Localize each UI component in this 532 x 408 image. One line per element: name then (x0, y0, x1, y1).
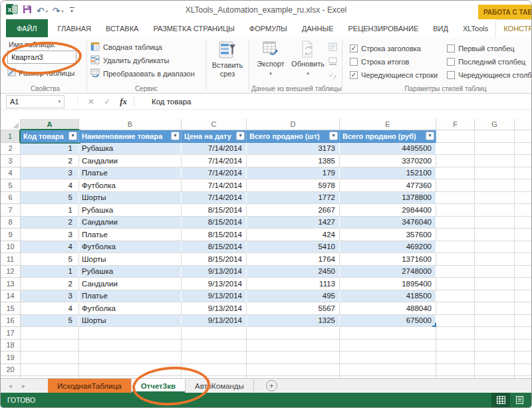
cell-D4[interactable]: 179 (247, 167, 340, 180)
checkbox-строка-итогов[interactable]: Строка итогов (350, 55, 438, 68)
sheet-nav-left-icon[interactable]: ◂ (9, 382, 12, 389)
cell-C2[interactable]: 7/14/2014 (182, 143, 247, 155)
checkbox-unchecked-icon[interactable] (447, 71, 455, 79)
pivot-table-button[interactable]: Сводная таблица (90, 41, 201, 53)
cell-C21[interactable] (182, 376, 247, 378)
cell-E8[interactable]: 3476040 (340, 217, 436, 229)
cell-B8[interactable]: Сандалии (79, 217, 182, 229)
cell-G3[interactable] (475, 155, 515, 167)
cell-D7[interactable]: 2667 (247, 204, 340, 217)
cell-E20[interactable] (340, 364, 436, 377)
cell-C6[interactable]: 7/14/2014 (182, 192, 247, 205)
cell-D18[interactable] (247, 340, 340, 352)
cell-D10[interactable]: 5410 (247, 241, 340, 254)
cell-E12[interactable]: 2748000 (340, 266, 436, 278)
cell-C3[interactable]: 7/14/2014 (182, 155, 247, 167)
cell-G11[interactable] (475, 253, 515, 266)
cell-C7[interactable]: 8/15/2014 (182, 204, 247, 217)
col-header-C[interactable]: C (182, 119, 247, 130)
cell-G14[interactable] (475, 290, 515, 303)
cell-F20[interactable] (436, 364, 475, 377)
properties-small-icon[interactable] (329, 42, 337, 54)
cell-B1[interactable]: Наименование товара▾ (79, 130, 182, 143)
checkbox-unchecked-icon[interactable] (350, 58, 358, 66)
row-header-10[interactable]: 10 (1, 241, 21, 254)
checkbox-строка-заголовка[interactable]: ✓Строка заголовка (350, 42, 438, 54)
cell-C11[interactable]: 8/15/2014 (182, 253, 247, 266)
filter-dropdown-icon[interactable]: ▾ (426, 132, 434, 140)
cell-G1[interactable] (475, 130, 515, 143)
cell-G17[interactable] (475, 327, 515, 340)
cell-E11[interactable]: 1371600 (340, 253, 436, 266)
ribbon-tab-главная[interactable]: ГЛАВНАЯ (51, 19, 98, 37)
cell-B5[interactable]: Футболка (79, 179, 182, 192)
refresh-button[interactable]: Обновить ▾ (290, 40, 326, 83)
ribbon-tab-конструктор[interactable]: КОНСТРУКТОР (495, 19, 531, 37)
cell-B21[interactable] (79, 376, 182, 378)
cell-E4[interactable]: 152100 (340, 167, 436, 180)
cell-E19[interactable] (340, 352, 436, 364)
cell-F3[interactable] (436, 155, 475, 167)
cell-A17[interactable] (21, 327, 79, 340)
cell-A11[interactable]: 5 (21, 253, 79, 266)
cell-A20[interactable] (21, 364, 79, 377)
cell-D13[interactable]: 1113 (247, 278, 340, 290)
insert-function-icon[interactable]: fx (120, 96, 127, 107)
cell-D6[interactable]: 1772 (247, 192, 340, 205)
cell-C9[interactable]: 8/15/2014 (182, 229, 247, 241)
row-header-7[interactable]: 7 (1, 204, 21, 217)
row-header-5[interactable]: 5 (1, 179, 21, 192)
cell-A14[interactable]: 3 (21, 290, 79, 303)
cell-A2[interactable]: 1 (21, 143, 79, 155)
row-header-17[interactable]: 17 (1, 327, 21, 340)
cell-F4[interactable] (436, 167, 475, 180)
cell-G13[interactable] (475, 278, 515, 290)
cell-E2[interactable]: 4495500 (340, 143, 436, 155)
table-name-input[interactable]: Квартал3 (7, 51, 76, 64)
row-header-20[interactable]: 20 (1, 364, 21, 377)
cell-B16[interactable]: Шорты (79, 315, 182, 328)
cell-G10[interactable] (475, 241, 515, 254)
cell-B6[interactable]: Шорты (79, 192, 182, 205)
col-header-G[interactable]: G (475, 119, 515, 130)
row-header-11[interactable]: 11 (1, 253, 21, 266)
checkbox-последний-столбец[interactable]: Последний столбец (447, 55, 531, 68)
cancel-icon[interactable]: ✕ (88, 97, 94, 106)
cell-G4[interactable] (475, 167, 515, 180)
row-header-16[interactable]: 16 (1, 315, 21, 328)
export-button[interactable]: Экспорт ▾ (253, 40, 289, 83)
cell-A4[interactable]: 3 (21, 167, 79, 180)
cell-C13[interactable]: 9/13/2014 (182, 278, 247, 290)
cell-E18[interactable] (340, 340, 436, 352)
row-header-8[interactable]: 8 (1, 217, 21, 229)
cell-C4[interactable]: 7/14/2014 (182, 167, 247, 180)
cell-F18[interactable] (436, 340, 475, 352)
undo-dropdown-icon[interactable]: ▾ (46, 9, 48, 13)
cell-E10[interactable]: 469200 (340, 241, 436, 254)
cell-A7[interactable]: 1 (21, 204, 79, 217)
cell-D19[interactable] (247, 352, 340, 364)
cell-G7[interactable] (475, 204, 515, 217)
cell-D2[interactable]: 3173 (247, 143, 340, 155)
cell-E13[interactable]: 1895400 (340, 278, 436, 290)
row-header-4[interactable]: 4 (1, 167, 21, 180)
cell-D21[interactable] (247, 376, 340, 378)
cell-A13[interactable]: 2 (21, 278, 79, 290)
row-header-1[interactable]: 1 (1, 130, 21, 143)
cell-A3[interactable]: 2 (21, 155, 79, 167)
cell-F12[interactable] (436, 266, 475, 278)
export-dropdown-icon[interactable]: ▾ (269, 69, 272, 78)
cell-B18[interactable] (79, 340, 182, 352)
ribbon-tab-рецензирование[interactable]: РЕЦЕНЗИРОВАНИЕ (340, 19, 426, 37)
cell-E1[interactable]: Всего продано (руб)▾ (340, 130, 436, 143)
cell-C14[interactable]: 9/13/2014 (182, 290, 247, 303)
col-header-F[interactable]: F (436, 119, 475, 130)
cell-D9[interactable]: 424 (247, 229, 340, 241)
row-header-9[interactable]: 9 (1, 229, 21, 241)
cell-D15[interactable]: 5567 (247, 302, 340, 315)
sheet-tab-отчет3кв[interactable]: Отчет3кв (132, 379, 186, 393)
row-header-6[interactable]: 6 (1, 192, 21, 205)
cell-D12[interactable]: 2450 (247, 266, 340, 278)
cell-B20[interactable] (79, 364, 182, 377)
cell-A21[interactable] (21, 376, 79, 378)
